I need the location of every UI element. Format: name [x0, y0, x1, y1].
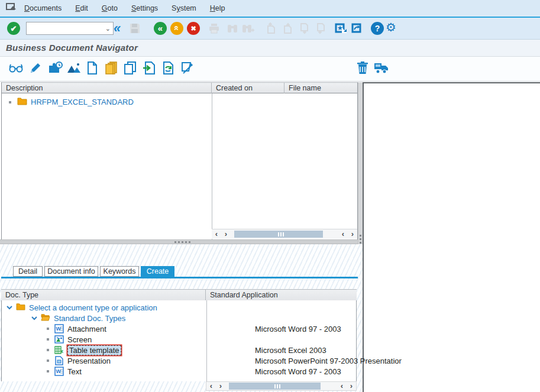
- tree-row-label[interactable]: Select a document type or application: [29, 303, 157, 312]
- copy-icon[interactable]: [123, 61, 137, 75]
- scroll-left-icon[interactable]: ‹: [206, 382, 216, 390]
- puzzle-clock-icon[interactable]: [47, 61, 63, 75]
- back-icon[interactable]: «: [154, 22, 167, 35]
- scroll-right-icon[interactable]: ›: [221, 230, 231, 238]
- tab-document-info[interactable]: Document info: [44, 266, 98, 277]
- documents-hscrollbar[interactable]: ‹ › ‹ ›: [212, 229, 357, 239]
- scroll-right-icon[interactable]: ›: [347, 382, 356, 390]
- tree-row-label[interactable]: Presentation: [67, 357, 111, 365]
- scroll-left-icon[interactable]: ‹: [338, 230, 348, 238]
- tree-item-label[interactable]: HRFPM_EXCEL_STANDARD: [31, 98, 134, 106]
- tree-row[interactable]: Screen: [47, 334, 356, 345]
- tree-row-label[interactable]: Standard Doc. Types: [54, 314, 125, 323]
- tree-row-label[interactable]: Attachment: [67, 325, 106, 333]
- tree-bullet: [9, 101, 11, 103]
- tree-item-hrfpm[interactable]: HRFPM_EXCEL_STANDARD: [9, 97, 357, 107]
- standard-application-value: Microsoft PowerPoint 97-2003 Presentatio…: [255, 357, 402, 365]
- folder-icon[interactable]: [17, 97, 27, 107]
- tree-row-label[interactable]: Text: [67, 367, 82, 376]
- scroll-right-icon[interactable]: ›: [216, 382, 225, 390]
- column-created-on[interactable]: Created on: [212, 83, 284, 93]
- window-menu-icon[interactable]: [6, 3, 17, 14]
- tree-row[interactable]: W Text Microsoft Word 97 - 2003: [47, 366, 356, 377]
- mountain-chart-icon[interactable]: [66, 62, 82, 74]
- menu-documents[interactable]: Documents: [24, 4, 62, 12]
- scroll-thumb[interactable]: [229, 383, 321, 390]
- scroll-thumb[interactable]: [234, 231, 323, 238]
- enter-button[interactable]: ✔: [7, 22, 20, 35]
- presentation-icon[interactable]: [54, 356, 64, 365]
- splitter-grip[interactable]: [360, 235, 361, 237]
- documents-panel-header: Description Created on File name: [2, 82, 357, 93]
- settings-gear-icon[interactable]: ⚙: [386, 20, 396, 34]
- chevron-down-icon[interactable]: ⌄: [105, 25, 111, 33]
- scroll-left-icon[interactable]: ‹: [212, 230, 221, 238]
- truck-icon[interactable]: [374, 61, 389, 74]
- folder-icon[interactable]: [16, 303, 25, 312]
- menu-settings[interactable]: Settings: [131, 4, 159, 12]
- create-table-body: Select a document type or application St…: [1, 300, 357, 381]
- column-file-name[interactable]: File name: [284, 83, 357, 93]
- tree-bullet: [47, 370, 49, 372]
- word-doc-icon[interactable]: W: [54, 367, 64, 376]
- word-doc-icon[interactable]: W: [54, 324, 64, 333]
- splitter-grip[interactable]: [174, 241, 176, 243]
- standard-application-value: Microsoft Word 97 - 2003: [255, 325, 402, 333]
- stack-icon[interactable]: [104, 61, 118, 75]
- column-doc-type[interactable]: Doc. Type: [1, 290, 206, 300]
- page-title: Business Document Navigator: [6, 43, 138, 53]
- tree-row[interactable]: Presentation Microsoft PowerPoint 97-200…: [47, 355, 356, 366]
- sync-document-icon[interactable]: [161, 61, 175, 75]
- collapse-icon[interactable]: «: [114, 22, 121, 35]
- menu-system[interactable]: System: [171, 4, 197, 12]
- trash-icon[interactable]: [356, 61, 369, 75]
- tree-bullet: [47, 359, 49, 362]
- exit-icon[interactable]: «: [170, 22, 183, 35]
- column-standard-application[interactable]: Standard Application: [206, 290, 357, 300]
- tree-row-label[interactable]: Screen: [67, 335, 92, 344]
- help-icon[interactable]: ?: [371, 22, 384, 35]
- excel-table-icon[interactable]: x: [54, 345, 64, 355]
- tab-underline: [1, 277, 358, 278]
- find-icon: [227, 22, 238, 34]
- menu-edit[interactable]: Edit: [75, 4, 89, 12]
- tree-row-selected[interactable]: x Table template Microsoft Excel 2003: [47, 345, 356, 355]
- tab-strip: Detail Document info Keywords Create: [13, 266, 356, 277]
- print-icon: [208, 22, 220, 34]
- new-document-icon[interactable]: [86, 61, 99, 75]
- page-down-icon: [299, 22, 311, 34]
- tab-detail[interactable]: Detail: [13, 266, 43, 277]
- window-star-icon[interactable]: ★: [335, 22, 348, 34]
- glasses-icon[interactable]: [8, 61, 24, 74]
- tree-row[interactable]: Standard Doc. Types: [31, 313, 356, 323]
- import-document-icon[interactable]: [142, 61, 156, 75]
- menu-help[interactable]: Help: [209, 4, 226, 12]
- column-description[interactable]: Description: [2, 83, 212, 93]
- cancel-icon[interactable]: ✖: [187, 22, 200, 35]
- scroll-right-icon[interactable]: ›: [348, 230, 357, 238]
- create-table-header: Doc. Type Standard Application: [1, 289, 357, 302]
- tree-row[interactable]: W Attachment Microsoft Word 97 - 2003: [47, 323, 356, 334]
- chevron-down-icon[interactable]: [31, 315, 37, 321]
- horizontal-splitter[interactable]: [0, 239, 363, 244]
- svg-text:x: x: [60, 348, 63, 354]
- find-next-icon: [241, 22, 254, 34]
- open-folder-icon[interactable]: [41, 313, 50, 323]
- tab-keywords[interactable]: Keywords: [100, 266, 139, 277]
- standard-application-value: Microsoft Excel 2003: [255, 346, 402, 355]
- menu-goto[interactable]: Goto: [101, 4, 118, 12]
- pencil-icon[interactable]: [28, 61, 43, 75]
- screen-icon[interactable]: [54, 335, 64, 344]
- column-divider: [212, 93, 212, 239]
- tree-row-label[interactable]: Table template: [67, 345, 121, 355]
- create-table-hscrollbar[interactable]: ‹ › ‹ ›: [206, 381, 357, 391]
- command-field[interactable]: ⌄: [26, 22, 114, 35]
- chevron-down-icon[interactable]: [7, 304, 12, 310]
- documents-panel: Description Created on File name HRFPM_E…: [1, 82, 358, 239]
- window-arrow-icon[interactable]: [351, 22, 364, 34]
- last-page-icon: [315, 22, 327, 34]
- tree-row[interactable]: Select a document type or application: [7, 302, 356, 313]
- edit-note-icon[interactable]: [180, 61, 194, 75]
- tree-bullet: [47, 338, 49, 341]
- scroll-left-icon[interactable]: ‹: [337, 382, 347, 390]
